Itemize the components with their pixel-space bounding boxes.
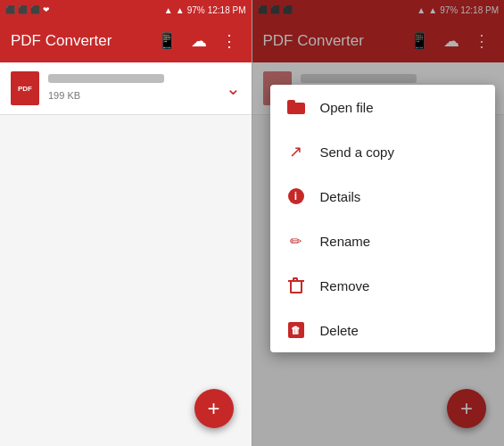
wifi-icon: ▲ xyxy=(176,5,185,15)
delete-shape: 🗑 xyxy=(288,322,304,338)
pdf-icon-text-left: PDF xyxy=(18,85,32,93)
trash-body xyxy=(290,282,302,293)
battery-text: 97% xyxy=(187,5,205,15)
menu-label-open-file: Open file xyxy=(320,100,374,115)
expand-icon-left[interactable]: ⌄ xyxy=(226,78,241,99)
menu-item-details[interactable]: i Details xyxy=(270,174,496,219)
menu-label-remove: Remove xyxy=(320,278,370,293)
info-shape: i xyxy=(288,188,304,204)
menu-label-details: Details xyxy=(320,189,361,204)
cloud-icon[interactable]: ☁ xyxy=(187,28,211,54)
status-bar-left-icons: ⬛ ⬛ ⬛ ❤ xyxy=(5,5,50,14)
trash-shape xyxy=(289,277,303,293)
share-icon: ↗ xyxy=(286,142,306,161)
menu-item-delete[interactable]: 🗑 Delete xyxy=(270,308,496,352)
menu-item-send-copy[interactable]: ↗ Send a copy xyxy=(270,129,496,174)
menu-label-rename: Rename xyxy=(320,234,371,249)
file-name-blur-left xyxy=(48,74,164,83)
notif-icon-4: ❤ xyxy=(43,5,50,14)
status-bar-left: ⬛ ⬛ ⬛ ❤ ▲ ▲ 97% 12:18 PM xyxy=(0,0,252,20)
more-icon[interactable]: ⋮ xyxy=(218,28,241,54)
trash-icon xyxy=(286,276,306,295)
file-info-left: 199 KB xyxy=(48,74,217,103)
delete-icon: 🗑 xyxy=(286,320,306,340)
share-shape: ↗ xyxy=(289,142,302,161)
pencil-icon: ✏ xyxy=(286,231,306,251)
fab-icon-left: + xyxy=(207,396,219,421)
menu-item-open-file[interactable]: Open file xyxy=(270,85,496,129)
signal-icon: ▲ xyxy=(164,5,173,15)
menu-item-rename[interactable]: ✏ Rename xyxy=(270,219,496,263)
folder-shape xyxy=(287,100,305,114)
file-size-left: 199 KB xyxy=(48,90,80,101)
file-item-left[interactable]: PDF 199 KB ⌄ xyxy=(0,62,252,115)
notif-icon-2: ⬛ xyxy=(18,5,28,14)
time-text: 12:18 PM xyxy=(208,5,246,15)
menu-label-send-copy: Send a copy xyxy=(320,145,394,160)
pdf-icon-left: PDF xyxy=(11,71,39,105)
right-panel: ⬛ ⬛ ⬛ ▲ ▲ 97% 12:18 PM PDF Converter 📱 ☁… xyxy=(252,0,505,446)
left-panel: ⬛ ⬛ ⬛ ❤ ▲ ▲ 97% 12:18 PM PDF Converter 📱… xyxy=(0,0,252,446)
fab-left[interactable]: + xyxy=(194,389,234,428)
app-title-left: PDF Converter xyxy=(11,32,146,50)
folder-icon xyxy=(286,97,306,117)
info-icon: i xyxy=(286,186,306,206)
menu-label-delete: Delete xyxy=(320,323,359,338)
pencil-shape: ✏ xyxy=(290,233,302,250)
context-menu-overlay[interactable]: Open file ↗ Send a copy i Details ✏ xyxy=(252,0,505,446)
context-menu: Open file ↗ Send a copy i Details ✏ xyxy=(270,85,496,352)
phone-icon[interactable]: 📱 xyxy=(153,28,180,54)
notif-icon-3: ⬛ xyxy=(30,5,40,14)
menu-item-remove[interactable]: Remove xyxy=(270,263,496,308)
notif-icon-1: ⬛ xyxy=(5,5,15,14)
status-bar-right-icons: ▲ ▲ 97% 12:18 PM xyxy=(164,5,246,15)
top-bar-left: PDF Converter 📱 ☁ ⋮ xyxy=(0,20,252,62)
